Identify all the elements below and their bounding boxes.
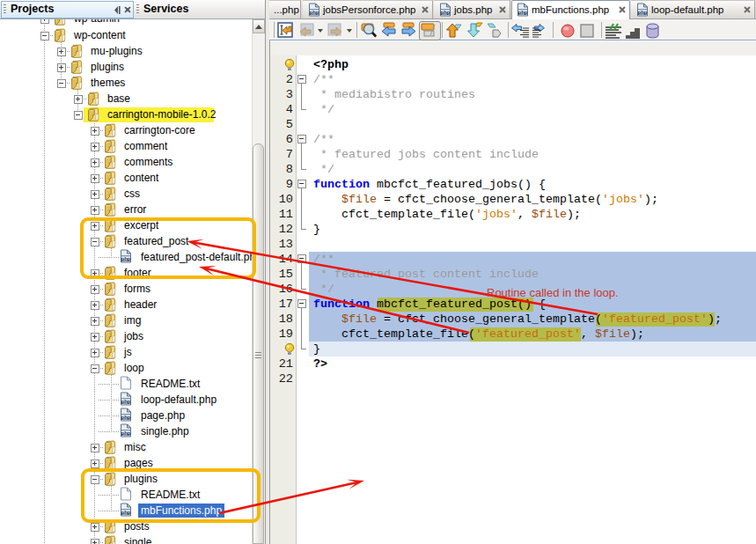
svg-text:Routine called in the loop.: Routine called in the loop.: [487, 286, 619, 299]
